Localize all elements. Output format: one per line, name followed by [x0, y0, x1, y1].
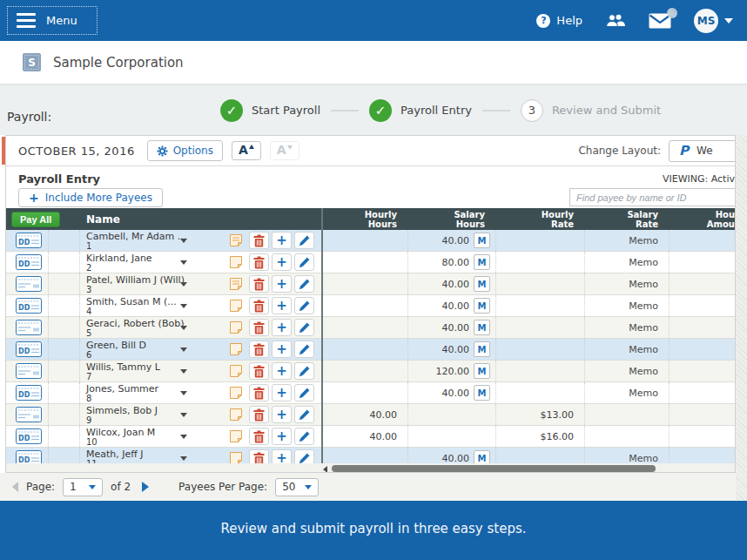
- salary-hours-cell[interactable]: 80.00 M: [407, 252, 495, 273]
- add-check-button[interactable]: +: [272, 297, 292, 314]
- hourly-rate-cell[interactable]: [495, 448, 584, 463]
- hourly-hours-cell[interactable]: [323, 230, 407, 251]
- hourly-amount-cell[interactable]: [669, 426, 735, 447]
- hourly-hours-cell[interactable]: [323, 295, 407, 316]
- payee-dropdown-caret[interactable]: [180, 304, 187, 308]
- edit-row-button[interactable]: [294, 384, 314, 401]
- edit-row-button[interactable]: [294, 449, 314, 463]
- delete-row-button[interactable]: [249, 297, 269, 314]
- add-check-button[interactable]: +: [272, 406, 292, 423]
- hourly-amount-cell[interactable]: [669, 404, 735, 425]
- edit-row-button[interactable]: [294, 232, 314, 249]
- hourly-hours-cell[interactable]: [323, 273, 407, 294]
- edit-row-button[interactable]: [294, 428, 314, 445]
- salary-hours-cell[interactable]: 40.00 M: [407, 273, 495, 294]
- payee-dropdown-caret[interactable]: [180, 282, 187, 287]
- hourly-rate-cell[interactable]: [495, 382, 584, 403]
- salary-hours-cell[interactable]: 40.00 M: [407, 339, 495, 360]
- memo-m-button[interactable]: M: [474, 233, 490, 248]
- hourly-rate-cell[interactable]: [495, 361, 584, 381]
- add-check-button[interactable]: +: [272, 428, 292, 445]
- memo-note-button[interactable]: [225, 449, 246, 463]
- scrollbar-thumb[interactable]: [332, 465, 656, 472]
- hourly-amount-cell[interactable]: [669, 361, 735, 381]
- salary-hours-cell[interactable]: 40.00 M: [407, 230, 495, 251]
- add-check-button[interactable]: +: [272, 341, 292, 358]
- salary-rate-cell[interactable]: Memo: [584, 273, 669, 294]
- delete-row-button[interactable]: [249, 428, 269, 445]
- memo-m-button[interactable]: M: [474, 298, 490, 314]
- payee-dropdown-caret[interactable]: [180, 326, 187, 330]
- hourly-amount-cell[interactable]: [669, 339, 735, 360]
- mail-icon[interactable]: [649, 13, 671, 29]
- hourly-amount-cell[interactable]: [669, 252, 735, 273]
- hourly-rate-cell[interactable]: $16.00: [495, 426, 584, 447]
- salary-hours-cell[interactable]: [407, 404, 495, 425]
- hourly-rate-cell[interactable]: [495, 273, 584, 294]
- delete-row-button[interactable]: [249, 232, 269, 249]
- page-select[interactable]: 1: [63, 478, 103, 496]
- salary-rate-cell[interactable]: [584, 426, 669, 447]
- memo-m-button[interactable]: M: [474, 450, 490, 463]
- hourly-rate-cell[interactable]: [495, 230, 584, 251]
- edit-row-button[interactable]: [294, 319, 314, 336]
- salary-rate-cell[interactable]: [584, 404, 669, 425]
- hourly-hours-cell[interactable]: [323, 339, 407, 360]
- payee-dropdown-caret[interactable]: [180, 391, 187, 395]
- salary-hours-cell[interactable]: [407, 426, 495, 447]
- memo-note-button[interactable]: [225, 406, 246, 423]
- memo-m-button[interactable]: M: [474, 254, 490, 270]
- scroll-left-arrow[interactable]: [323, 466, 327, 473]
- layout-select[interactable]: P We: [669, 140, 736, 162]
- memo-note-button[interactable]: [225, 232, 246, 249]
- memo-note-button[interactable]: [225, 384, 246, 401]
- add-check-button[interactable]: +: [272, 253, 292, 271]
- memo-note-button[interactable]: [225, 428, 246, 445]
- include-more-payees-button[interactable]: + Include More Payees: [18, 188, 163, 207]
- delete-row-button[interactable]: [249, 362, 269, 380]
- hourly-amount-cell[interactable]: [669, 273, 735, 294]
- memo-m-button[interactable]: M: [474, 341, 490, 357]
- salary-hours-cell[interactable]: 40.00 M: [407, 295, 495, 316]
- options-button[interactable]: Options: [147, 140, 223, 161]
- help-button[interactable]: ? Help: [536, 14, 582, 28]
- hourly-amount-cell[interactable]: [669, 382, 735, 403]
- salary-rate-cell[interactable]: Memo: [584, 230, 669, 251]
- edit-row-button[interactable]: [294, 341, 314, 358]
- salary-hours-cell[interactable]: 40.00 M: [407, 317, 495, 338]
- font-decrease-button[interactable]: A: [270, 141, 299, 160]
- per-page-select[interactable]: 50: [275, 478, 319, 496]
- salary-rate-cell[interactable]: Memo: [584, 361, 669, 381]
- add-check-button[interactable]: +: [272, 449, 292, 463]
- payee-dropdown-caret[interactable]: [180, 260, 187, 265]
- memo-note-button[interactable]: [225, 341, 246, 358]
- edit-row-button[interactable]: [294, 362, 314, 380]
- hourly-hours-cell[interactable]: 40.00: [323, 426, 407, 447]
- find-payee-input[interactable]: [569, 188, 736, 206]
- salary-hours-cell[interactable]: 40.00 M: [407, 448, 495, 463]
- memo-m-button[interactable]: M: [474, 363, 490, 379]
- next-page-arrow[interactable]: [142, 482, 149, 492]
- payee-dropdown-caret[interactable]: [180, 413, 187, 417]
- add-check-button[interactable]: +: [272, 319, 292, 336]
- memo-note-button[interactable]: [225, 297, 246, 314]
- hourly-rate-cell[interactable]: [495, 317, 584, 338]
- font-increase-button[interactable]: A: [232, 141, 261, 160]
- hourly-hours-cell[interactable]: [323, 252, 407, 273]
- delete-row-button[interactable]: [249, 253, 269, 271]
- memo-m-button[interactable]: M: [474, 276, 490, 292]
- memo-note-button[interactable]: [225, 362, 246, 380]
- memo-note-button[interactable]: [225, 319, 246, 336]
- menu-button[interactable]: Menu: [7, 6, 98, 35]
- salary-rate-cell[interactable]: Memo: [584, 295, 669, 316]
- add-check-button[interactable]: +: [272, 384, 292, 401]
- hourly-amount-cell[interactable]: [669, 230, 735, 251]
- previous-page-arrow[interactable]: [12, 482, 18, 492]
- memo-note-button[interactable]: [225, 275, 246, 293]
- salary-rate-cell[interactable]: Memo: [584, 448, 669, 463]
- hourly-hours-cell[interactable]: [323, 317, 407, 338]
- delete-row-button[interactable]: [249, 449, 269, 463]
- delete-row-button[interactable]: [249, 319, 269, 336]
- memo-m-button[interactable]: M: [474, 320, 490, 335]
- memo-m-button[interactable]: M: [474, 385, 490, 401]
